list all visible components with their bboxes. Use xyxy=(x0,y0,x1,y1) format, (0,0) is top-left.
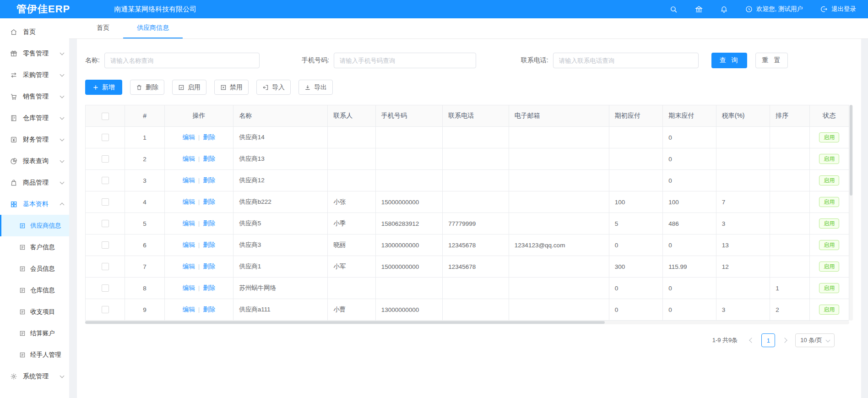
sidebar-item-handler-management[interactable]: 经手人管理 xyxy=(0,344,69,365)
cell-tax: 13 xyxy=(716,234,770,256)
phone-search-input[interactable] xyxy=(334,53,476,68)
sidebar-item-retail[interactable]: 零售管理 xyxy=(0,43,69,64)
sidebar-item-customer-info[interactable]: 客户信息 xyxy=(0,236,69,258)
edit-link[interactable]: 编辑 xyxy=(183,241,195,248)
sidebar-item-warehouse[interactable]: 仓库管理 xyxy=(0,107,69,129)
tab-supplier-info[interactable]: 供应商信息 xyxy=(123,18,183,38)
query-button[interactable]: 查 询 xyxy=(711,53,747,68)
row-checkbox[interactable] xyxy=(102,155,109,163)
status-badge: 启用 xyxy=(819,262,839,272)
row-checkbox[interactable] xyxy=(102,198,109,206)
sidebar-item-system[interactable]: 系统管理 xyxy=(0,365,69,387)
op-separator: | xyxy=(198,220,200,227)
sidebar-item-settlement-account[interactable]: 结算账户 xyxy=(0,322,69,344)
edit-link[interactable]: 编辑 xyxy=(183,220,195,227)
sidebar-item-label: 商品管理 xyxy=(23,179,49,187)
page-number-button[interactable]: 1 xyxy=(761,333,775,347)
edit-link[interactable]: 编辑 xyxy=(183,284,195,291)
chevron-right-icon xyxy=(782,338,787,343)
edit-link[interactable]: 编辑 xyxy=(183,306,195,313)
add-button[interactable]: 新增 xyxy=(85,80,122,95)
edit-link[interactable]: 编辑 xyxy=(183,263,195,270)
bell-icon[interactable] xyxy=(720,5,728,13)
ledger-icon xyxy=(10,114,17,122)
plus-icon xyxy=(92,84,99,91)
table-row: 7 编辑|删除 供应商1 小军 15000000000 12345678 300… xyxy=(86,256,849,278)
delete-link[interactable]: 删除 xyxy=(203,155,215,162)
sidebar-item-sales[interactable]: 销售管理 xyxy=(0,86,69,107)
search-icon[interactable] xyxy=(670,5,678,13)
cell-tax: 12 xyxy=(716,256,770,278)
row-checkbox[interactable] xyxy=(102,306,109,313)
sidebar-item-income-expense[interactable]: 收支项目 xyxy=(0,301,69,322)
select-all-checkbox[interactable] xyxy=(102,113,109,120)
supplier-panel: 名称: 手机号码: 联系电话: 查 询 重 置 新增 xyxy=(77,39,861,398)
logout-button[interactable]: 退出登录 xyxy=(820,5,856,13)
sidebar-item-supplier-info[interactable]: 供应商信息 xyxy=(0,215,69,236)
cell-opening xyxy=(609,170,662,191)
sidebar-item-finance[interactable]: 财务管理 xyxy=(0,129,69,150)
edit-link[interactable]: 编辑 xyxy=(183,198,195,205)
row-checkbox[interactable] xyxy=(102,220,109,227)
page-size-select[interactable]: 10 条/页 xyxy=(795,333,835,347)
sidebar-item-basic-data[interactable]: 基本资料 xyxy=(0,193,69,215)
name-search-input[interactable] xyxy=(104,53,260,68)
tel-search-input[interactable] xyxy=(553,53,699,68)
table-vertical-scrollbar[interactable] xyxy=(849,105,853,321)
cell-phone: 15000000000 xyxy=(375,256,443,278)
sidebar-item-purchase[interactable]: 采购管理 xyxy=(0,64,69,86)
edit-link[interactable]: 编辑 xyxy=(183,155,195,162)
cell-tel: 12345678 xyxy=(443,234,509,256)
status-badge: 启用 xyxy=(819,283,839,293)
table-horizontal-scrollbar[interactable] xyxy=(85,321,849,324)
delete-label: 删除 xyxy=(146,83,158,92)
bank-icon[interactable] xyxy=(695,5,703,13)
tab-home[interactable]: 首页 xyxy=(83,18,123,38)
edit-link[interactable]: 编辑 xyxy=(183,177,195,184)
cell-tel xyxy=(443,191,509,213)
sidebar-item-reports[interactable]: 报表查询 xyxy=(0,150,69,172)
row-checkbox[interactable] xyxy=(102,177,109,184)
delete-link[interactable]: 删除 xyxy=(203,198,215,205)
page-size-value: 10 条/页 xyxy=(800,336,822,344)
add-label: 新增 xyxy=(102,83,115,92)
sidebar-item-member-info[interactable]: 会员信息 xyxy=(0,258,69,279)
delete-link[interactable]: 删除 xyxy=(203,177,215,184)
export-button[interactable]: 导出 xyxy=(298,80,333,95)
name-label: 名称: xyxy=(85,56,100,65)
row-checkbox[interactable] xyxy=(102,241,109,249)
sidebar-item-warehouse-info[interactable]: 仓库信息 xyxy=(0,279,69,301)
delete-link[interactable]: 删除 xyxy=(203,134,215,141)
app-logo: 管伊佳ERP xyxy=(16,2,70,16)
user-welcome[interactable]: 欢迎您, 测试用户 xyxy=(745,5,803,13)
delete-button[interactable]: 删除 xyxy=(130,80,164,95)
row-checkbox[interactable] xyxy=(102,284,109,292)
pie-chart-icon xyxy=(10,158,17,165)
edit-link[interactable]: 编辑 xyxy=(183,134,195,141)
sidebar-item-goods[interactable]: 商品管理 xyxy=(0,172,69,193)
table-row: 1 编辑|删除 供应商14 0 启 xyxy=(86,127,849,148)
reset-button[interactable]: 重 置 xyxy=(755,53,788,68)
status-badge: 启用 xyxy=(819,305,839,315)
enable-button[interactable]: 启用 xyxy=(172,80,206,95)
prev-page-button[interactable] xyxy=(746,334,758,347)
delete-link[interactable]: 删除 xyxy=(203,241,215,248)
chevron-down-icon xyxy=(60,50,65,55)
next-page-button[interactable] xyxy=(779,334,791,347)
delete-link[interactable]: 删除 xyxy=(203,220,215,227)
op-separator: | xyxy=(198,198,200,205)
disable-button[interactable]: 禁用 xyxy=(214,80,249,95)
delete-link[interactable]: 删除 xyxy=(203,284,215,291)
delete-link[interactable]: 删除 xyxy=(203,263,215,270)
row-index: 5 xyxy=(125,213,164,234)
row-checkbox[interactable] xyxy=(102,134,109,141)
delete-link[interactable]: 删除 xyxy=(203,306,215,313)
sidebar-item-home[interactable]: 首页 xyxy=(0,21,69,43)
cell-email xyxy=(509,170,609,191)
sidebar-item-label: 仓库管理 xyxy=(23,114,49,122)
import-button[interactable]: 导入 xyxy=(256,80,291,95)
row-index: 2 xyxy=(125,148,164,170)
logout-text: 退出登录 xyxy=(831,5,856,13)
row-checkbox[interactable] xyxy=(102,263,109,270)
col-name: 名称 xyxy=(233,105,328,127)
